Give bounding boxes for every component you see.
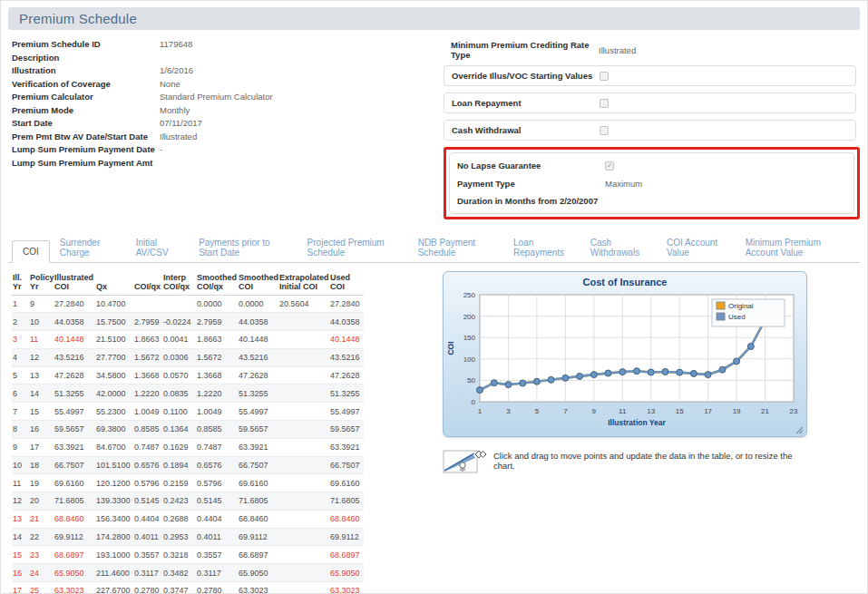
tab-loan-repayments[interactable]: Loan Repayments: [503, 232, 580, 263]
checkbox[interactable]: [600, 126, 609, 135]
table-cell: 68.8460: [238, 510, 278, 528]
tab-cash-withdrawals[interactable]: Cash Withdrawals: [580, 232, 657, 263]
table-cell: 0.3557: [133, 546, 162, 564]
tab-coi-account-value[interactable]: COI Account Value: [657, 232, 736, 263]
tab-minimum-premium-account-value[interactable]: Minimum Premium Account Value: [736, 232, 860, 263]
table-cell: 17: [12, 582, 29, 594]
coi-table-body: 1927.284010.47000.00000.000020.560427.28…: [12, 295, 364, 594]
tab-ndb-payment-schedule[interactable]: NDB Payment Schedule: [408, 232, 503, 263]
tab-coi[interactable]: COI: [12, 240, 50, 263]
table-cell: 0.1364: [162, 420, 196, 438]
table-cell: 0.5796: [196, 474, 238, 492]
table-cell: 84.6700: [95, 438, 133, 456]
column-header: Smoothed COI: [238, 271, 278, 296]
no-lapse-checkbox[interactable]: ✓: [605, 161, 614, 170]
column-header: Ill. Yr: [12, 271, 29, 296]
payment-type-row: Payment Type Maximum: [457, 178, 846, 191]
table-cell: 15: [29, 403, 54, 421]
table-cell: 0.3218: [162, 546, 196, 564]
table-row: 51347.262834.58001.36680.05701.366847.26…: [12, 366, 364, 385]
table-cell: 0.2780: [133, 582, 162, 594]
field-row: Premium CalculatorStandard Premium Calcu…: [12, 91, 436, 104]
table-cell: 1.5672: [133, 348, 162, 366]
table-cell: 0.3117: [133, 564, 162, 582]
chart-column: Cost of Insurance 1357911131517192123050…: [443, 271, 809, 594]
table-cell: 27.2840: [329, 295, 364, 313]
tab-initial-av-csv[interactable]: Initial AV/CSV: [126, 232, 190, 263]
field-label: Lump Sum Premium Payment Amt: [12, 157, 160, 170]
table-cell: [278, 348, 329, 366]
table-cell: 0.5796: [133, 474, 162, 492]
table-cell: 55.4997: [329, 403, 364, 421]
checkbox[interactable]: [600, 72, 609, 81]
table-row: 162465.9050211.46000.31170.34820.311765.…: [12, 564, 364, 582]
coi-chart[interactable]: Cost of Insurance 1357911131517192123050…: [443, 271, 807, 437]
svg-text:5: 5: [535, 407, 540, 415]
table-cell: 1.0049: [133, 403, 162, 421]
table-cell: 22: [29, 528, 54, 546]
table-cell: [278, 420, 329, 438]
table-cell: 69.6160: [238, 474, 278, 492]
table-cell: 63.3023: [238, 582, 278, 594]
column-header: Interp COI/qx: [162, 271, 196, 296]
table-cell: 2: [12, 313, 29, 331]
svg-text:0: 0: [472, 398, 476, 406]
table-cell: 40.1448: [54, 331, 95, 349]
field-row: Premium ModeMonthly: [12, 104, 436, 118]
column-header: Used COI: [329, 271, 364, 296]
table-cell: 2.7959: [196, 313, 238, 331]
highlight-annotation-box: No Lapse Guarantee ✓ Payment Type Maximu…: [444, 147, 860, 219]
tab-projected-premium-schedule[interactable]: Projected Premium Schedule: [297, 232, 408, 263]
table-cell: 6: [12, 385, 29, 403]
coi-chart-svg[interactable]: 1357911131517192123050100150200250Origin…: [445, 287, 805, 431]
table-cell: 51.3255: [238, 385, 278, 403]
svg-text:1: 1: [478, 407, 483, 415]
crediting-rate-row: Minimum Premium Crediting Rate Type Illu…: [451, 40, 856, 60]
svg-text:15: 15: [676, 407, 684, 415]
field-label: Premium Schedule ID: [12, 38, 160, 52]
table-row: 71555.499755.23001.00490.11001.004955.49…: [12, 403, 364, 421]
table-row: 41243.521627.77001.56720.03061.567243.52…: [12, 348, 364, 366]
crediting-rate-label: Minimum Premium Crediting Rate Type: [451, 40, 599, 60]
svg-text:COI: COI: [446, 341, 455, 355]
table-cell: 20.5604: [278, 295, 329, 313]
table-cell: 59.5657: [329, 420, 364, 438]
table-cell: 1.2220: [133, 385, 162, 403]
table-cell: 59.5657: [238, 420, 278, 438]
table-row: 101866.7507101.51000.65760.18940.657666.…: [12, 456, 364, 474]
table-cell: 0.5145: [196, 492, 238, 511]
checkbox[interactable]: [600, 99, 609, 108]
table-cell: 55.2300: [95, 403, 133, 421]
field-value: -: [160, 143, 162, 157]
svg-text:9: 9: [592, 407, 597, 415]
table-cell: 15.7500: [95, 313, 133, 331]
table-cell: 101.5100: [95, 456, 133, 474]
table-cell: 14: [29, 385, 54, 403]
table-cell: 40.1448: [238, 331, 278, 349]
table-cell: 0.3482: [162, 564, 196, 582]
option-box: Loan Repayment: [444, 93, 856, 113]
table-cell: 0.0000: [196, 295, 238, 313]
table-cell: [278, 438, 329, 456]
table-cell: 0.2780: [196, 582, 238, 594]
table-cell: 0.1629: [162, 438, 196, 456]
table-cell: 1.3668: [133, 366, 162, 385]
coi-table: Ill. YrPolicy YrIllustrated COIQxCOI/qxI…: [12, 271, 364, 594]
table-cell: 71.6805: [238, 492, 278, 511]
crediting-rate-value: Illustrated: [599, 45, 636, 55]
no-lapse-label: No Lapse Guarantee: [457, 160, 605, 173]
tab-surrender-charge[interactable]: Surrender Charge: [50, 232, 126, 263]
field-row: Start Date07/11/2017: [12, 117, 436, 131]
table-cell: 63.3023: [329, 582, 364, 594]
chart-resize-handle-icon[interactable]: [795, 426, 804, 434]
svg-text:23: 23: [790, 407, 798, 415]
column-header: Extrapolated Initial COI: [278, 271, 329, 296]
table-row: 122071.6805139.33000.51450.24230.514571.…: [12, 492, 364, 511]
table-cell: 23: [29, 546, 54, 564]
table-cell: 69.9112: [329, 528, 364, 546]
column-header: Qx: [95, 271, 133, 296]
tab-payments-prior-to-start-date[interactable]: Payments prior to Start Date: [189, 232, 297, 263]
table-cell: 227.6700: [95, 582, 133, 594]
option-label: Cash Withdrawal: [452, 125, 600, 135]
table-cell: 16: [12, 564, 29, 582]
